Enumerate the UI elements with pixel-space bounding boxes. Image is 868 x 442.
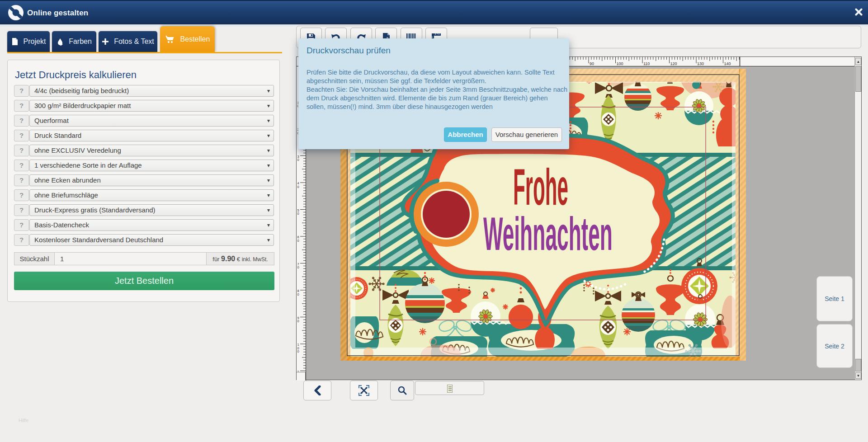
svg-text:90: 90 bbox=[590, 61, 594, 66]
svg-text:0: 0 bbox=[297, 319, 299, 323]
svg-text:Weihnachten: Weihnachten bbox=[483, 208, 613, 260]
svg-text:120: 120 bbox=[670, 61, 677, 66]
svg-text:0: 0 bbox=[297, 349, 299, 353]
svg-text:110: 110 bbox=[643, 61, 650, 66]
svg-text:0: 0 bbox=[297, 239, 299, 243]
svg-text:0: 0 bbox=[297, 265, 299, 269]
svg-text:0: 0 bbox=[297, 292, 299, 296]
svg-text:100: 100 bbox=[617, 61, 623, 66]
svg-text:140: 140 bbox=[724, 61, 731, 66]
svg-text:0: 0 bbox=[297, 158, 299, 162]
svg-text:0: 0 bbox=[297, 185, 299, 189]
svg-text:Frohe: Frohe bbox=[513, 159, 568, 216]
svg-text:130: 130 bbox=[697, 61, 704, 66]
svg-text:0: 0 bbox=[297, 212, 299, 216]
